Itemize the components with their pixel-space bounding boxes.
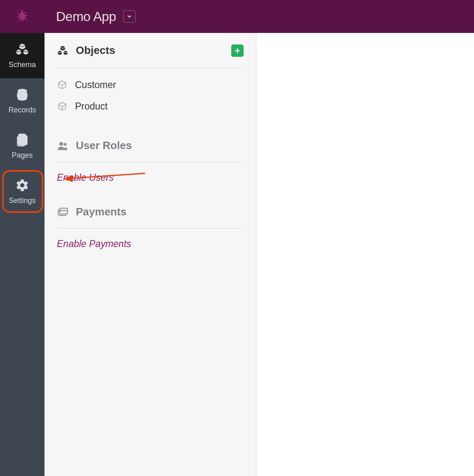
user-roles-title: User Roles: [76, 139, 132, 152]
add-object-button[interactable]: [231, 44, 244, 57]
title-cell: Demo App: [45, 0, 474, 33]
rail-item-schema[interactable]: Schema: [0, 33, 45, 78]
rail-label-schema: Schema: [9, 61, 36, 69]
enable-payments-link[interactable]: Enable Payments: [57, 238, 131, 249]
cube-icon: [57, 101, 68, 112]
logo-asterisk-icon: [14, 8, 31, 25]
objects-list: Customer Product: [57, 68, 244, 129]
schema-panel: Objects Customer Product: [45, 33, 256, 476]
svg-point-4: [63, 143, 66, 146]
logo-cell: [0, 0, 45, 33]
cube-icon: [57, 79, 68, 90]
objects-header: Objects: [57, 33, 244, 68]
topbar: Demo App: [0, 0, 474, 33]
objects-section: Objects Customer Product: [57, 33, 244, 129]
rail-label-settings: Settings: [9, 196, 35, 205]
rail-item-settings[interactable]: Settings: [0, 169, 45, 214]
enable-users-link[interactable]: Enable Users: [57, 172, 114, 183]
enable-payments-row: Enable Payments: [57, 229, 244, 262]
rail-item-pages[interactable]: Pages: [0, 124, 45, 169]
object-item-customer[interactable]: Customer: [57, 74, 244, 96]
app-dropdown-button[interactable]: [123, 10, 136, 23]
chevron-down-icon: [127, 14, 132, 19]
users-icon: [57, 140, 68, 152]
enable-users-row: Enable Users: [57, 162, 244, 196]
object-item-label: Customer: [75, 79, 116, 91]
cubes-icon: [57, 45, 68, 56]
svg-point-3: [59, 142, 63, 145]
rail-label-pages: Pages: [12, 151, 33, 160]
object-item-product[interactable]: Product: [57, 96, 244, 117]
plus-icon: [234, 47, 241, 54]
pages-icon: [15, 133, 29, 147]
payments-header: Payments: [57, 196, 244, 229]
object-item-label: Product: [75, 101, 108, 112]
rail-label-records: Records: [8, 106, 36, 114]
main-area: Schema Records Pages: [0, 33, 474, 476]
payments-icon: [57, 206, 68, 218]
svg-rect-8: [60, 208, 68, 214]
gear-icon: [15, 178, 29, 192]
user-roles-header: User Roles: [57, 129, 244, 162]
database-icon: [15, 88, 29, 102]
objects-title: Objects: [76, 44, 115, 57]
payments-section: Payments Enable Payments: [57, 196, 244, 262]
content-canvas: [256, 33, 474, 476]
rail-item-records[interactable]: Records: [0, 78, 45, 124]
left-rail: Schema Records Pages: [0, 33, 45, 476]
user-roles-section: User Roles Enable Users: [57, 129, 244, 196]
payments-title: Payments: [76, 205, 127, 218]
app-title: Demo App: [56, 9, 116, 24]
cubes-icon: [15, 42, 29, 56]
